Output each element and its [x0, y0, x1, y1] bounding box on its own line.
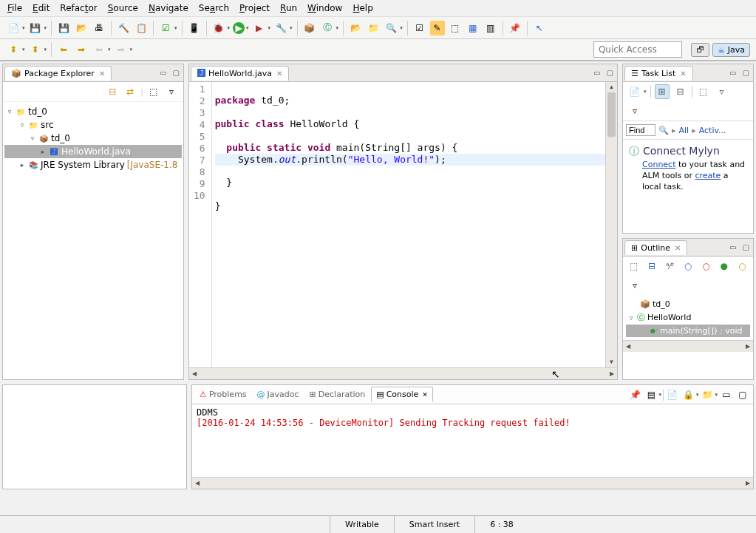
- twisty-icon[interactable]: ▸: [18, 161, 26, 169]
- avd-button[interactable]: 📱: [187, 21, 202, 35]
- open-perspective-button[interactable]: 🗗: [691, 43, 709, 57]
- collapse-all-button[interactable]: ⊟: [105, 84, 120, 99]
- console-tab[interactable]: ▤Console✕: [371, 387, 433, 402]
- menu-help[interactable]: Help: [353, 3, 372, 13]
- java-perspective-button[interactable]: ☕ Java: [712, 43, 750, 57]
- console-hscroll[interactable]: ◀▶: [192, 477, 753, 489]
- maximize-button[interactable]: ▢: [740, 69, 752, 77]
- hide-nonpublic-button[interactable]: ●: [717, 259, 731, 274]
- hide-fields-button[interactable]: ○: [681, 259, 695, 274]
- hide-local-button[interactable]: ○: [735, 259, 749, 274]
- code-area[interactable]: package td_0; public class HelloWorld { …: [212, 82, 605, 367]
- az-button[interactable]: ᵃ⁄ᶻ: [663, 259, 677, 274]
- horizontal-scrollbar[interactable]: ◀ ▶: [189, 367, 617, 379]
- open-button[interactable]: 📂: [74, 21, 89, 35]
- menu-edit[interactable]: Edit: [33, 3, 50, 13]
- menu-navigate[interactable]: Navigate: [149, 3, 188, 13]
- new-package-button[interactable]: 📦: [302, 21, 317, 35]
- open-task-button[interactable]: 📁: [366, 21, 381, 35]
- columns-button[interactable]: ▥: [483, 21, 498, 35]
- scroll-right-icon[interactable]: ▶: [743, 343, 753, 350]
- new-task-button[interactable]: 📄: [627, 84, 641, 99]
- last-edit-button[interactable]: ⬅: [92, 42, 106, 57]
- run-last-button[interactable]: ▶: [252, 21, 267, 35]
- minimize-button[interactable]: ▭: [727, 243, 738, 251]
- outline-hscroll[interactable]: ◀▶: [623, 340, 753, 352]
- src-node[interactable]: ▿ 📁 src: [4, 118, 182, 132]
- scroll-left-icon[interactable]: ◀: [192, 480, 202, 486]
- create-link[interactable]: create: [695, 171, 721, 180]
- focus-task-button[interactable]: ⬚: [146, 84, 161, 99]
- scroll-right-icon[interactable]: ▶: [607, 370, 617, 377]
- menu-file[interactable]: FFileile: [7, 3, 22, 13]
- build-button[interactable]: 🔨: [116, 21, 131, 35]
- twisty-icon[interactable]: ▿: [627, 314, 635, 322]
- toggle-button[interactable]: ☑: [158, 21, 173, 35]
- menu-run[interactable]: Run: [280, 3, 297, 13]
- quick-access-input[interactable]: [593, 41, 682, 58]
- forward-button[interactable]: ➡: [74, 42, 89, 57]
- new-button[interactable]: 📄: [6, 21, 21, 35]
- view-menu-button[interactable]: ▿: [164, 84, 179, 99]
- file-node[interactable]: ▸ 🅹 HelloWorld.java: [4, 145, 182, 158]
- save-button[interactable]: 💾: [28, 21, 43, 35]
- search-button[interactable]: 🔍: [384, 21, 398, 35]
- maximize-button[interactable]: ▢: [740, 243, 752, 251]
- connect-link[interactable]: Connect: [642, 160, 675, 169]
- scroll-left-icon[interactable]: ◀: [623, 343, 633, 350]
- minimize-button[interactable]: ▭: [727, 69, 738, 77]
- display-console-button[interactable]: ▤: [644, 387, 658, 402]
- vertical-scrollbar[interactable]: ▲ ▼: [605, 82, 617, 367]
- sort-button[interactable]: ⊟: [644, 259, 658, 274]
- clear-console-button[interactable]: 📄: [665, 387, 680, 402]
- pin-button[interactable]: 📌: [508, 21, 522, 35]
- next-annotation-button[interactable]: ⬍: [28, 42, 43, 57]
- external-tools-button[interactable]: 🔧: [273, 21, 288, 35]
- scroll-right-icon[interactable]: ▶: [743, 480, 753, 486]
- outline-tab[interactable]: ⊞ Outline ✕: [624, 240, 687, 255]
- scroll-left-icon[interactable]: ◀: [189, 370, 200, 377]
- outline-package-node[interactable]: 📦 td_0: [626, 298, 750, 310]
- menu-refactor[interactable]: Refactor: [60, 3, 97, 13]
- twisty-icon[interactable]: ▸: [39, 148, 47, 155]
- highlight-button[interactable]: ✎: [430, 21, 445, 35]
- outline-class-node[interactable]: ▿ Ⓒ HelloWorld: [626, 310, 750, 325]
- menu-project[interactable]: Project: [239, 3, 270, 13]
- menu-window[interactable]: Window: [307, 3, 342, 13]
- scroll-up-icon[interactable]: ▲: [606, 82, 617, 92]
- editor-tab[interactable]: 🅹 HelloWorld.java ✕: [191, 66, 289, 81]
- save-all-button[interactable]: 💾: [56, 21, 71, 35]
- javadoc-tab[interactable]: @Javadoc: [253, 387, 304, 401]
- collapse-button[interactable]: ▿: [627, 103, 642, 118]
- close-icon[interactable]: ✕: [99, 69, 105, 78]
- maximize-button[interactable]: ▢: [171, 69, 182, 77]
- activate-link[interactable]: Activ...: [699, 126, 726, 135]
- all-link[interactable]: All: [679, 126, 689, 135]
- open-type-button[interactable]: 📂: [348, 21, 363, 35]
- remove-launch-button[interactable]: ▭: [719, 387, 734, 402]
- jre-node[interactable]: ▸ 📚 JRE System Library [JavaSE-1.8: [4, 158, 182, 172]
- run-button[interactable]: ▶: [233, 22, 245, 34]
- outline-method-node[interactable]: ●ˢ main(String[]) : void: [626, 325, 750, 337]
- package-explorer-tab[interactable]: 📦 Package Explorer ✕: [4, 66, 112, 81]
- scroll-lock-button[interactable]: 🔒: [681, 387, 696, 402]
- categorized-button[interactable]: ⊞: [655, 84, 670, 99]
- code-editor[interactable]: 12345678910 package td_0; public class H…: [189, 82, 617, 367]
- twisty-icon[interactable]: ▿: [29, 135, 36, 142]
- print-button[interactable]: 🖶: [92, 21, 106, 35]
- focus-button[interactable]: ⬚: [696, 84, 711, 99]
- prev-annotation-button[interactable]: ⬍: [6, 42, 21, 57]
- twisty-icon[interactable]: ▿: [18, 121, 26, 129]
- wand-button[interactable]: ↖: [532, 21, 547, 35]
- collapse-button[interactable]: ▿: [627, 278, 642, 293]
- lint-button[interactable]: ☑: [412, 21, 427, 35]
- task-list-tab[interactable]: ☰ Task List ✕: [624, 66, 693, 81]
- scheduled-button[interactable]: ⊟: [673, 84, 688, 99]
- next-edit-button[interactable]: ➡: [114, 42, 129, 57]
- menu-search[interactable]: Search: [199, 3, 229, 13]
- scroll-thumb[interactable]: [607, 92, 616, 137]
- back-button[interactable]: ⬅: [56, 42, 71, 57]
- debug-button[interactable]: 🐞: [211, 21, 226, 35]
- close-icon[interactable]: ✕: [276, 69, 282, 78]
- menu-source[interactable]: Source: [108, 3, 138, 13]
